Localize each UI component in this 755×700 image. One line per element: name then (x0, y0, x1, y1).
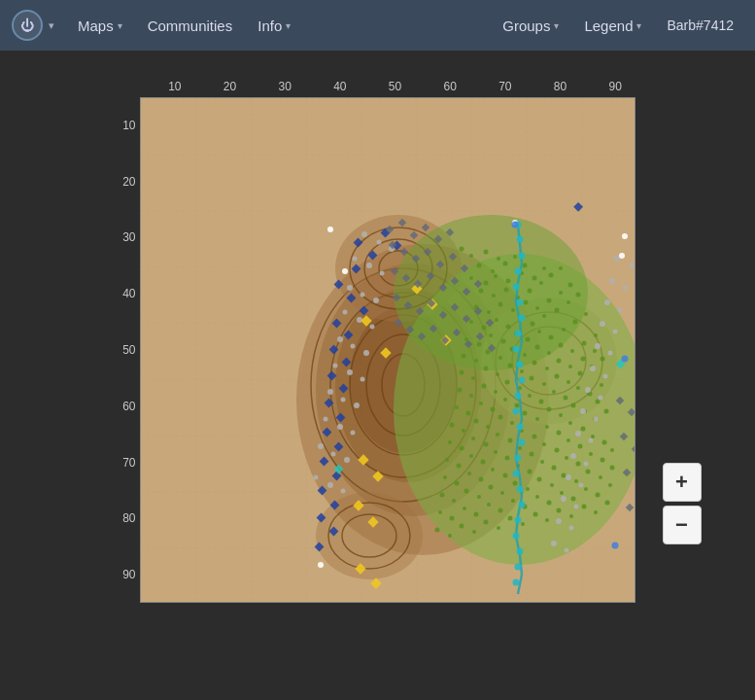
nav-maps[interactable]: Maps ▾ (68, 12, 132, 40)
svg-point-148 (545, 425, 549, 429)
svg-point-76 (584, 312, 588, 316)
svg-point-268 (590, 366, 596, 371)
svg-point-51 (523, 300, 528, 305)
svg-point-190 (526, 487, 530, 491)
svg-point-283 (568, 526, 573, 531)
svg-point-221 (532, 512, 537, 517)
svg-point-170 (467, 472, 471, 475)
svg-point-75 (572, 320, 577, 325)
zoom-out-button[interactable]: − (663, 506, 702, 544)
x-label-30: 30 (257, 80, 313, 93)
svg-point-215 (459, 524, 463, 529)
map-area[interactable] (140, 97, 635, 603)
svg-point-91 (483, 367, 488, 371)
svg-point-216 (472, 530, 476, 534)
svg-point-23 (459, 247, 463, 252)
svg-point-85 (558, 343, 563, 348)
svg-point-191 (536, 477, 541, 482)
svg-point-30 (513, 255, 517, 259)
svg-point-113 (600, 357, 604, 362)
svg-point-153 (603, 409, 608, 414)
svg-point-90 (471, 376, 475, 380)
svg-point-88 (594, 333, 598, 337)
svg-point-253 (330, 452, 335, 457)
svg-point-195 (585, 470, 590, 474)
svg-point-101 (457, 388, 462, 393)
svg-point-25 (483, 250, 488, 255)
y-label-60: 60 (113, 378, 140, 435)
svg-point-285 (564, 548, 568, 553)
svg-point-147 (532, 435, 536, 439)
svg-point-213 (434, 528, 439, 533)
svg-point-62 (542, 314, 546, 318)
svg-point-155 (456, 464, 461, 469)
nav-legend[interactable]: Legend ▾ (574, 12, 651, 40)
svg-point-135 (546, 407, 551, 412)
svg-point-48 (487, 310, 491, 314)
y-label-80: 80 (113, 490, 140, 546)
svg-point-276 (570, 453, 576, 459)
svg-point-102 (469, 394, 473, 398)
svg-point-288 (622, 233, 628, 239)
svg-point-134 (535, 417, 539, 421)
svg-point-171 (478, 477, 483, 482)
svg-point-259 (629, 263, 634, 268)
svg-point-105 (504, 380, 509, 385)
svg-point-26 (497, 257, 500, 261)
svg-point-33 (483, 281, 488, 286)
svg-point-218 (497, 526, 500, 530)
svg-point-167 (601, 440, 606, 445)
svg-point-249 (323, 417, 327, 422)
svg-point-165 (577, 444, 582, 449)
svg-point-31 (522, 263, 527, 268)
svg-point-69 (500, 339, 505, 344)
svg-point-154 (445, 458, 449, 462)
svg-point-133 (522, 411, 527, 416)
svg-point-57 (481, 326, 486, 331)
svg-point-117 (490, 407, 495, 412)
svg-point-65 (575, 293, 580, 298)
info-caret-icon: ▾ (286, 20, 291, 31)
power-button[interactable]: ⏻ (12, 10, 43, 41)
svg-point-186 (477, 495, 481, 499)
nav-groups[interactable]: Groups ▾ (493, 12, 568, 40)
nav-communities[interactable]: Communities (138, 12, 243, 40)
svg-point-194 (574, 479, 578, 483)
svg-point-291 (619, 253, 625, 259)
svg-point-177 (551, 466, 556, 471)
svg-point-321 (512, 471, 519, 477)
zoom-in-button[interactable]: + (663, 463, 702, 502)
svg-point-71 (525, 337, 530, 342)
svg-point-187 (488, 485, 493, 490)
svg-point-290 (342, 268, 348, 274)
svg-point-168 (443, 475, 447, 479)
svg-point-229 (376, 240, 381, 245)
svg-point-119 (514, 403, 519, 408)
svg-point-139 (595, 400, 600, 404)
svg-point-255 (313, 475, 318, 480)
svg-point-137 (570, 403, 575, 408)
svg-point-208 (560, 491, 564, 495)
svg-point-143 (483, 442, 488, 447)
svg-point-245 (360, 377, 364, 382)
svg-point-122 (552, 390, 556, 394)
x-label-80: 80 (532, 80, 588, 93)
svg-point-240 (337, 336, 343, 342)
power-caret[interactable]: ▾ (49, 19, 54, 32)
svg-point-315 (518, 377, 525, 384)
svg-point-262 (604, 299, 610, 305)
svg-point-130 (486, 425, 490, 429)
svg-point-284 (551, 541, 557, 546)
svg-point-203 (498, 508, 502, 513)
x-label-70: 70 (478, 80, 533, 93)
svg-point-182 (610, 448, 614, 452)
svg-point-136 (559, 413, 563, 417)
svg-point-279 (578, 483, 583, 488)
user-profile[interactable]: Barb#7412 (657, 12, 743, 39)
svg-point-207 (546, 501, 551, 506)
nav-info[interactable]: Info ▾ (248, 12, 300, 40)
svg-point-97 (556, 359, 561, 364)
svg-point-247 (340, 398, 345, 402)
svg-point-258 (614, 256, 620, 262)
svg-point-307 (518, 253, 525, 260)
